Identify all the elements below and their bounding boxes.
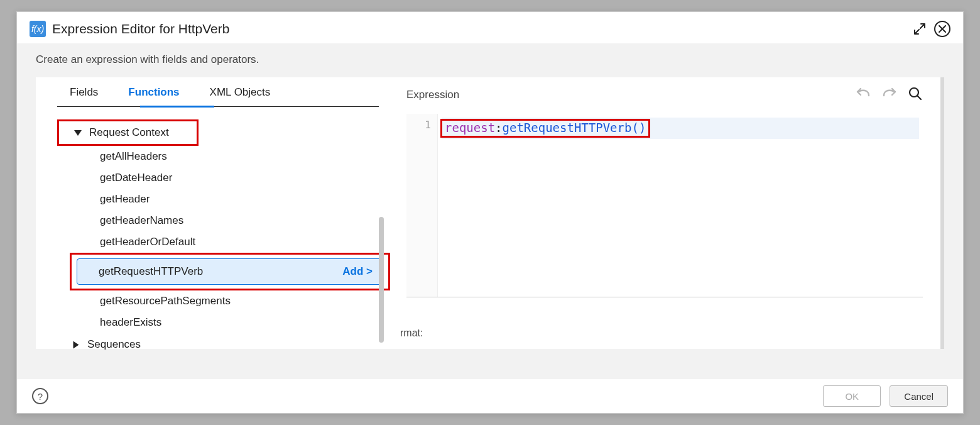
fn-getDateHeader[interactable]: getDateHeader <box>100 167 379 189</box>
code-function: getRequestHTTPVerb <box>503 121 632 135</box>
fn-getAllHeaders[interactable]: getAllHeaders <box>100 146 379 167</box>
highlight-expression: request:getRequestHTTPVerb() <box>440 119 650 138</box>
fn-getHeader[interactable]: getHeader <box>100 189 379 210</box>
ok-button[interactable]: OK <box>823 385 881 407</box>
highlight-selected-function: getRequestHTTPVerb Add > <box>70 253 390 290</box>
close-icon[interactable] <box>934 21 950 37</box>
line-number-1: 1 <box>406 119 431 131</box>
left-column: Fields Functions XML Objects Request Con… <box>36 77 394 349</box>
tabs: Fields Functions XML Objects <box>57 86 379 107</box>
fx-icon: f(x) <box>30 21 46 37</box>
fx-icon-label: f(x) <box>31 24 44 34</box>
main-panel: Fields Functions XML Objects Request Con… <box>36 77 944 349</box>
code-lines[interactable]: request:getRequestHTTPVerb() <box>438 114 923 297</box>
expression-code-area[interactable]: 1 request:getRequestHTTPVerb() <box>406 114 923 297</box>
function-tree: Request Context getAllHeaders getDateHea… <box>57 119 379 339</box>
expression-toolbar <box>855 86 923 104</box>
help-icon-label: ? <box>38 391 43 402</box>
fn-getHeaderOrDefault[interactable]: getHeaderOrDefault <box>100 231 379 253</box>
group-label-sequences: Sequences <box>87 338 141 351</box>
group-request-context[interactable]: Request Context <box>59 121 197 144</box>
dialog-subtitle: Create an expression with fields and ope… <box>36 53 944 66</box>
dialog-header: f(x) Expression Editor for HttpVerb <box>17 12 963 43</box>
add-function-link[interactable]: Add > <box>342 265 373 278</box>
fn-getRequestHTTPVerb[interactable]: getRequestHTTPVerb Add > <box>77 258 383 285</box>
tree-scrollbar[interactable] <box>379 217 384 343</box>
fn-getResourcePathSegments[interactable]: getResourcePathSegments <box>100 290 379 312</box>
fn-headerExists[interactable]: headerExists <box>100 312 379 333</box>
code-colon: : <box>495 121 502 135</box>
chevron-right-icon <box>74 341 79 348</box>
group-sequences[interactable]: Sequences <box>57 333 379 356</box>
redo-icon[interactable] <box>881 87 898 103</box>
stray-text-rmat: rmat: <box>400 328 923 339</box>
undo-icon[interactable] <box>855 87 871 103</box>
dialog-title: Expression Editor for HttpVerb <box>52 21 913 36</box>
header-actions <box>913 21 950 37</box>
dialog-footer: ? OK Cancel <box>17 379 963 413</box>
fn-getHeaderNames[interactable]: getHeaderNames <box>100 210 379 231</box>
selected-fn-label: getRequestHTTPVerb <box>99 265 203 278</box>
code-parens: () <box>631 121 646 135</box>
expression-label: Expression <box>406 89 459 101</box>
search-icon[interactable] <box>908 86 923 104</box>
footer-buttons: OK Cancel <box>823 385 948 407</box>
dialog-body: Create an expression with fields and ope… <box>17 43 963 383</box>
tab-fields[interactable]: Fields <box>70 86 98 100</box>
code-gutter: 1 <box>406 114 438 297</box>
highlight-request-context: Request Context <box>57 119 199 146</box>
tab-functions[interactable]: Functions <box>128 86 179 100</box>
request-context-items-2: getResourcePathSegments headerExists <box>100 290 379 333</box>
code-line-1[interactable]: request:getRequestHTTPVerb() <box>442 118 919 139</box>
group-label: Request Context <box>89 126 169 139</box>
code-namespace: request <box>445 121 495 135</box>
chevron-down-icon <box>74 130 82 136</box>
tab-underline <box>140 106 214 108</box>
help-icon[interactable]: ? <box>32 388 48 404</box>
right-column: Expression 1 <box>394 77 944 349</box>
cancel-button[interactable]: Cancel <box>890 385 948 407</box>
expand-icon[interactable] <box>913 22 927 36</box>
expression-editor-dialog: f(x) Expression Editor for HttpVerb Crea… <box>16 11 964 414</box>
tab-xml-objects[interactable]: XML Objects <box>210 86 271 100</box>
expression-header: Expression <box>394 86 923 104</box>
request-context-items: getAllHeaders getDateHeader getHeader ge… <box>100 146 379 253</box>
